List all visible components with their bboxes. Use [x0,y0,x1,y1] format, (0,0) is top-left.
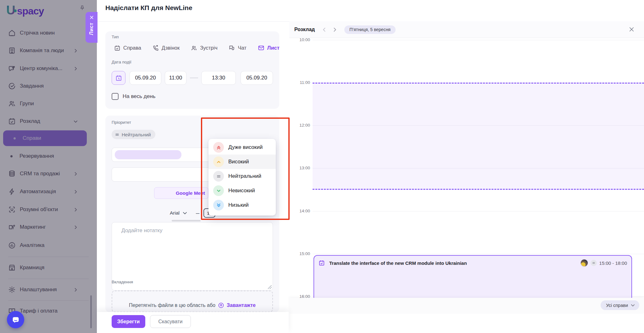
tasks-icon [8,82,16,90]
time-label: 14:00 [289,209,310,213]
priority-option-low[interactable]: Невисокий [208,183,276,198]
font-select[interactable]: Arial [170,210,180,216]
chevron-up-icon [213,156,224,167]
note-textarea[interactable] [112,222,273,291]
type-option-meeting[interactable]: Зустріч [191,45,217,51]
sidebar-divider [8,257,89,257]
type-option-label: Лист [267,45,280,51]
upload-link[interactable]: Завантажте [227,303,256,308]
event-calendar-icon [319,260,325,266]
responsible-chip[interactable] [115,150,181,159]
double-chevron-down-icon [213,200,224,210]
logo-dot-icon [14,9,17,12]
start-time-input[interactable] [165,71,186,85]
priority-label: Пріоритет [112,120,131,125]
start-date-input[interactable] [130,71,161,85]
sidebar-item-label: Налаштування [20,287,57,293]
type-option-call[interactable]: Дзвінок [153,45,180,51]
sidebar-scrollbar[interactable] [90,295,92,328]
type-option-chat[interactable]: Чат [229,45,246,51]
chat-fab-button[interactable] [7,311,24,328]
selected-time-range[interactable] [313,83,644,190]
priority-chip-label: Нейтральний [122,132,151,137]
priority-option-high[interactable]: Високий [208,155,276,169]
app-root: Uspacy Стрічка новин Компанія та люди Це… [0,0,644,333]
close-schedule-icon[interactable] [629,26,635,32]
end-date-input[interactable] [241,71,273,85]
priority-option-neutral[interactable]: Нейтральний [208,169,276,183]
dropzone-text-row: Перетягніть файли в цю область або Заван… [112,302,273,308]
chat-icon [229,45,235,51]
event-meta: 15:00 - 18:00 [580,259,627,267]
type-option-label: Чат [238,45,246,51]
cancel-button[interactable]: Скасувати [150,315,191,328]
save-button[interactable]: Зберегти [112,315,145,328]
sidebar-item-label: Маркетинг [20,224,46,230]
sidebar-subitem-label: Справи [23,135,41,141]
bolt-icon [8,188,16,195]
calendar-picker-button[interactable] [112,71,125,85]
google-meet-button[interactable]: Google Meet [154,187,208,199]
priority-chip[interactable]: Нейтральний [112,130,155,139]
marketing-icon [8,223,16,231]
sidebar-item-reservations[interactable]: Резервування [0,148,91,164]
end-time-input[interactable] [201,71,236,85]
font-chevron-icon[interactable] [182,210,187,216]
sidebar-item-tasks[interactable]: Завдання [0,77,91,95]
chevron-right-icon [73,48,78,53]
schedule-footer: Усі справи [289,298,644,314]
sidebar-item-store[interactable]: Крамниця [0,259,91,276]
sidebar-item-settings[interactable]: Налаштування [0,281,91,298]
sidebar-item-label: Тариф і оплата [20,308,58,314]
gridline [313,254,644,254]
uspacy-logo[interactable]: Uspacy [6,3,44,17]
all-day-checkbox[interactable] [112,93,119,100]
gridline [313,211,644,211]
type-option-activity[interactable]: Справа [114,45,141,51]
next-day-button[interactable] [332,27,337,32]
chevron-down-icon [630,303,635,308]
close-icon[interactable] [89,15,94,20]
type-option-letter[interactable]: Лист [258,45,280,51]
sidebar-item-analytics[interactable]: Аналітика [0,237,91,254]
bullet-icon [14,137,16,139]
avatar [580,259,588,267]
sidebar-item-smart-objects[interactable]: Розумні об'єкти [0,201,91,218]
type-label: Тип [112,35,119,39]
chevron-right-icon [73,287,78,292]
event-card[interactable]: Translate the interface of the new CRM m… [314,255,632,298]
sidebar-item-label: Крамниця [20,265,44,271]
date-pill[interactable]: П’ятниця, 5 вересня [344,25,396,34]
pin-sidebar-icon[interactable] [79,5,85,11]
sidebar-item-activities[interactable]: Справи [3,130,87,146]
prev-day-button[interactable] [322,27,327,32]
sidebar-item-schedule[interactable]: Розклад [0,112,91,130]
envelope-icon [258,45,264,51]
priority-dropdown-menu: Дуже високий Високий Нейтральний Невисок… [208,139,276,216]
toolbar-scrollbar[interactable] [172,220,201,221]
upload-cloud-icon [218,302,224,308]
chevron-right-icon [73,207,78,212]
sidebar-item-company[interactable]: Компанія та люди [0,42,91,59]
sidebar-item-automation[interactable]: Автоматизація [0,183,91,200]
sidebar-item-crm[interactable]: CRM та продажі [0,165,91,183]
priority-option-highest[interactable]: Дуже високий [208,140,276,155]
font-size-decrease-button[interactable]: – [196,210,199,217]
sidebar-item-label: Завдання [20,83,44,89]
priority-option-label: Дуже високий [228,144,263,150]
schedule-title: Розклад [294,27,315,32]
sidebar-item-marketing[interactable]: Маркетинг [0,218,91,236]
sidebar-item-groups[interactable]: Групи [0,95,91,112]
schedule-panel: 10:00 11:00 12:00 13:00 14:00 15:00 16:0… [289,21,644,314]
sidebar-item-label: CRM та продажі [20,171,60,177]
sidebar-item-communication-center[interactable]: Центр комуніка... [0,60,91,77]
type-option-label: Дзвінок [162,45,180,51]
activities-filter-dropdown[interactable]: Усі справи [601,300,639,310]
letter-tab[interactable]: Лист [86,12,97,43]
sidebar-item-newsfeed[interactable]: Стрічка новин [0,24,91,42]
communication-icon [8,65,16,72]
all-day-checkbox-row[interactable]: На весь день [112,93,155,100]
file-dropzone[interactable] [112,291,273,312]
priority-option-lowest[interactable]: Низький [208,198,276,212]
double-chevron-up-icon [213,142,224,153]
